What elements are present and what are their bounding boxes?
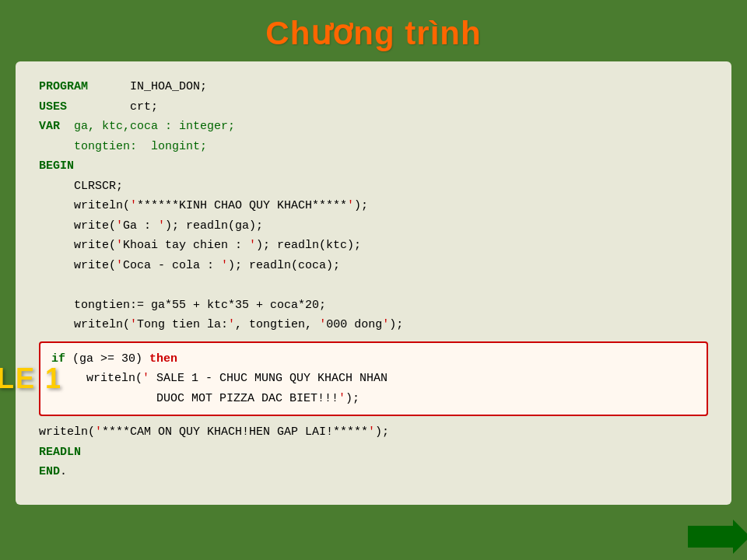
code-line-end: END. <box>39 462 708 482</box>
code-line-writeln-sale2: DUOC MOT PIZZA DAC BIET!!!'); <box>51 389 696 409</box>
code-line-readln: READLN <box>39 443 708 463</box>
code-line-clrscr: CLRSCR; <box>39 177 708 197</box>
slide-container: Chương trình PROGRAM IN_HOA_DON; USES cr… <box>0 0 747 560</box>
navigation-arrow[interactable] <box>688 526 735 548</box>
code-line-blank <box>39 275 708 296</box>
sale-label: SALE 1 <box>0 355 62 402</box>
arrow-shape <box>688 526 735 548</box>
code-line-writeln-sale: writeln(' SALE 1 - CHUC MUNG QUY KHACH N… <box>51 369 696 389</box>
code-line-write-coca: write('Coca - cola : '); readln(coca); <box>39 256 708 276</box>
code-line-write-ga: write('Ga : '); readln(ga); <box>39 216 708 236</box>
code-line-if: if (ga >= 30) then <box>51 349 696 369</box>
code-line-program: PROGRAM IN_HOA_DON; <box>39 77 708 97</box>
code-line-writeln-tong: writeln('Tong tien la:', tongtien, '000 … <box>39 315 708 335</box>
code-line-write-ktc: write('Khoai tay chien : '); readln(ktc)… <box>39 236 708 256</box>
slide-title: Chương trình <box>265 0 481 61</box>
code-line-uses: USES crt; <box>39 97 708 117</box>
code-line-begin: BEGIN <box>39 156 708 177</box>
code-line-writeln-cam: writeln('****CAM ON QUY KHACH!HEN GAP LA… <box>39 422 708 443</box>
code-line-var: VAR ga, ktc,coca : integer; <box>39 117 708 137</box>
code-line-tongtien-calc: tongtien:= ga*55 + ktc*35 + coca*20; <box>39 296 708 316</box>
highlight-block: SALE 1 if (ga >= 30) then writeln(' SALE… <box>39 341 708 417</box>
code-line-writeln1: writeln('******KINH CHAO QUY KHACH*****'… <box>39 196 708 216</box>
code-panel: PROGRAM IN_HOA_DON; USES crt; VAR ga, kt… <box>16 61 731 505</box>
code-line-tongtien: tongtien: longint; <box>39 137 708 157</box>
